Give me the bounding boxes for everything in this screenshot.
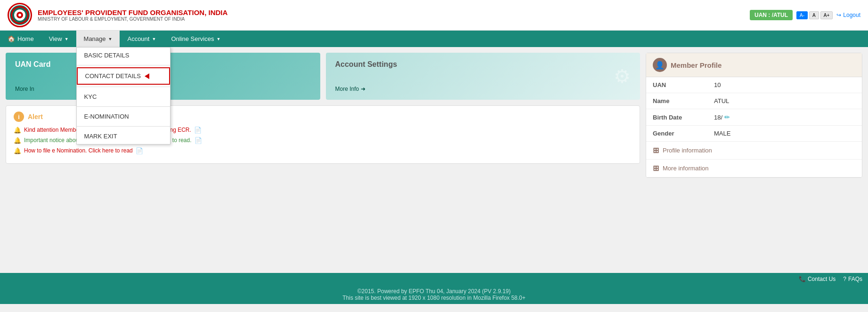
online-services-arrow: ▼ [216, 37, 220, 41]
uan-label: UAN [646, 77, 707, 93]
uan-badge: UAN : /ATUL [750, 10, 793, 20]
phone-icon: 📞 [799, 276, 806, 282]
nav-account[interactable]: Account ▼ [120, 31, 163, 47]
dropdown-contact-details[interactable]: CONTACT DETAILS [77, 67, 170, 85]
alert-title: Alert [28, 113, 43, 120]
footer-links: 📞 Contact Us ? FAQs [0, 273, 868, 285]
font-normal-btn[interactable]: A [809, 11, 819, 19]
account-arrow: ▼ [152, 37, 156, 41]
birth-date-value: 18/ ✏ [707, 109, 862, 126]
expand-plus-icon-2: ⊞ [653, 164, 659, 173]
more-info-expand[interactable]: ⊞ More information [646, 160, 862, 177]
birth-date-label: Birth Date [646, 109, 707, 126]
manage-arrow: ▼ [108, 37, 113, 41]
nav-view[interactable]: View ▼ [41, 31, 76, 47]
gear-icon: ⚙ [614, 65, 631, 87]
gender-value: MALE [707, 126, 862, 142]
font-small-btn[interactable]: A- [796, 11, 808, 19]
footer: 📞 Contact Us ? FAQs ©2015. Powered by EP… [0, 273, 868, 304]
nav-online-services[interactable]: Online Services ▼ [163, 31, 228, 47]
account-settings-more-info[interactable]: More Info ➜ [335, 86, 631, 92]
contact-details-arrow [145, 73, 149, 79]
bell-icon-3: 🔔 [14, 147, 21, 154]
org-name-block: EMPLOYEES' PROVIDENT FUND ORGANISATION, … [38, 8, 227, 22]
header-left: EMPLOYEES' PROVIDENT FUND ORGANISATION, … [8, 3, 227, 27]
alert-icon: i [14, 112, 24, 122]
page-header: EMPLOYEES' PROVIDENT FUND ORGANISATION, … [0, 0, 868, 31]
font-controls[interactable]: A- A A+ [796, 11, 833, 19]
profile-info-expand[interactable]: ⊞ Profile information [646, 142, 862, 160]
contact-us-link[interactable]: 📞 Contact Us [799, 276, 836, 282]
profile-uan-row: UAN 10 [646, 77, 862, 93]
right-panel: 👤 Member Profile UAN 10 Name ATUL Birth … [646, 53, 862, 267]
edit-birth-date-icon[interactable]: ✏ [724, 113, 730, 121]
account-settings-title: Account Settings [335, 60, 631, 69]
profile-avatar-icon: 👤 [653, 58, 667, 72]
font-large-btn[interactable]: A+ [820, 11, 833, 19]
bell-icon-2: 🔔 [14, 137, 21, 144]
profile-card: 👤 Member Profile UAN 10 Name ATUL Birth … [646, 53, 862, 178]
profile-birth-row: Birth Date 18/ ✏ [646, 109, 862, 126]
gender-label: Gender [646, 126, 707, 142]
name-label: Name [646, 93, 707, 109]
dropdown-e-nomination[interactable]: E-NOMINATION [77, 109, 170, 124]
dropdown-basic-details[interactable]: BASIC DETAILS [77, 48, 170, 63]
header-right: UAN : /ATUL A- A A+ ↪ Logout [750, 10, 860, 20]
dropdown-mark-exit[interactable]: MARK EXIT [77, 128, 170, 144]
dropdown-kyc[interactable]: KYC [77, 89, 170, 104]
org-logo [8, 3, 32, 27]
profile-info-label: Profile information [663, 147, 712, 154]
more-info-label: More information [663, 165, 709, 172]
account-settings-banner: Account Settings ⚙ More Info ➜ [326, 53, 641, 100]
pdf-icon-2: 📄 [195, 137, 202, 144]
view-arrow: ▼ [65, 37, 69, 41]
org-sub: MINISTRY OF LABOUR & EMPLOYMENT, GOVERNM… [38, 16, 227, 22]
profile-title: Member Profile [671, 61, 722, 69]
expand-plus-icon-1: ⊞ [653, 146, 659, 155]
name-value: ATUL [707, 93, 862, 109]
nav-home[interactable]: 🏠 Home [0, 31, 41, 47]
nav-manage[interactable]: Manage ▼ BASIC DETAILS CONTACT DETAILS K… [76, 31, 120, 47]
navbar: 🏠 Home View ▼ Manage ▼ BASIC DETAILS CON… [0, 31, 868, 47]
pdf-icon-1: 📄 [194, 127, 202, 134]
org-name: EMPLOYEES' PROVIDENT FUND ORGANISATION, … [38, 8, 227, 16]
question-icon: ? [843, 276, 846, 282]
profile-header: 👤 Member Profile [646, 53, 862, 77]
logout-button[interactable]: ↪ Logout [836, 12, 860, 18]
alert-item-3: 🔔 How to file e Nomination. Click here t… [14, 147, 632, 154]
footer-copyright: ©2015. Powered by EPFO Thu 04, January 2… [0, 285, 868, 304]
svg-point-3 [18, 14, 21, 16]
profile-name-row: Name ATUL [646, 93, 862, 109]
profile-table: UAN 10 Name ATUL Birth Date 18/ ✏ Gender [646, 77, 862, 142]
alert-text-3: How to file e Nomination. Click here to … [24, 147, 133, 154]
profile-gender-row: Gender MALE [646, 126, 862, 142]
faqs-link[interactable]: ? FAQs [843, 276, 862, 282]
bell-icon-1: 🔔 [14, 127, 21, 134]
manage-dropdown: BASIC DETAILS CONTACT DETAILS KYC E-NOMI… [76, 47, 170, 144]
uan-value: 10 [707, 77, 862, 93]
pdf-icon-3: 📄 [136, 147, 143, 154]
logo-inner [10, 5, 30, 25]
